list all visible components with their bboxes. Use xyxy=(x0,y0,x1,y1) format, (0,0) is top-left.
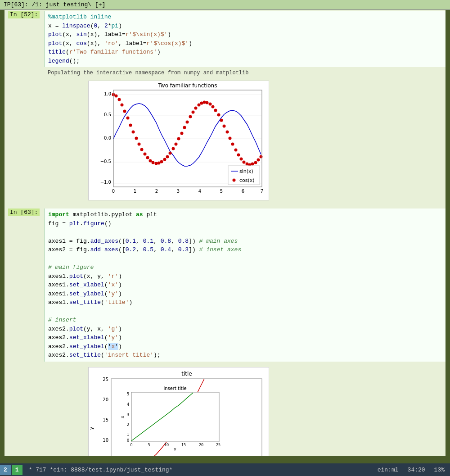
cell-52: In [52]: %matplotlib inline x = linspace… xyxy=(4,10,446,206)
inset-title: insert title xyxy=(163,386,186,391)
svg-point-23 xyxy=(177,137,180,141)
inset-x: 0 xyxy=(130,443,132,447)
code-line: axes2.plot(y, x, 'g') xyxy=(48,325,442,334)
cell-52-code[interactable]: %matplotlib inline x = linspace(0, 2*pi)… xyxy=(44,11,446,67)
svg-point-30 xyxy=(198,104,201,107)
svg-point-36 xyxy=(214,109,217,112)
code-line: # main figure xyxy=(48,263,442,272)
svg-point-28 xyxy=(192,111,195,114)
notebook: In [52]: %matplotlib inline x = linspace… xyxy=(4,10,446,456)
svg-point-8 xyxy=(135,137,138,140)
code-line xyxy=(48,307,442,316)
svg-point-18 xyxy=(163,158,166,161)
legend-sin-label: sin(x) xyxy=(239,168,253,174)
svg-point-34 xyxy=(209,103,212,106)
y-label: 25 xyxy=(103,377,108,382)
cell-63: In [63]: import matplotlib.pyplot as plt… xyxy=(4,208,446,456)
svg-point-20 xyxy=(169,152,172,155)
plot-1-container: Two familiar functions 1.0 0.5 0.0 −0.5 … xyxy=(88,81,269,200)
cell-63-code[interactable]: import matplotlib.pyplot as plt fig = pl… xyxy=(44,209,446,362)
y-label-1: 1.0 xyxy=(104,91,111,96)
inset-x-label: y xyxy=(174,447,176,451)
code-line: axes1.plot(x, y, 'r') xyxy=(48,272,442,281)
svg-point-15 xyxy=(155,162,158,165)
code-line: plot(x, cos(x), 'ro', label=r'$\cos(x)$'… xyxy=(48,39,442,48)
cell-52-in-label: In [52]: xyxy=(8,11,40,18)
inset-x: 10 xyxy=(164,443,169,447)
svg-point-3 xyxy=(121,104,124,107)
svg-point-42 xyxy=(231,143,234,146)
status-position: 34:20 xyxy=(408,467,425,473)
code-line: axes1.set_xlabel('x') xyxy=(48,281,442,290)
svg-point-4 xyxy=(123,110,126,113)
code-line: axes1 = fig.add_axes([0.1, 0.1, 0.8, 0.8… xyxy=(48,237,442,246)
svg-point-37 xyxy=(217,113,220,117)
svg-point-26 xyxy=(186,121,189,124)
inset-y: 0 xyxy=(127,439,129,443)
plot-1-svg: Two familiar functions 1.0 0.5 0.0 −0.5 … xyxy=(89,81,269,198)
code-line: axes2.set_title('insert title'); xyxy=(48,351,442,360)
inset-x: 20 xyxy=(199,443,203,447)
code-line: axes2.set_xlabel('y') xyxy=(48,333,442,342)
svg-point-49 xyxy=(251,163,254,166)
inset-y: 5 xyxy=(127,392,129,396)
status-middle: * 717 *ein: 8888/test.ipynb/just_testing… xyxy=(23,467,372,473)
x-label-1: 1 xyxy=(134,189,136,194)
status-num-1: 2 xyxy=(0,465,11,475)
code-line xyxy=(48,228,442,237)
x-label-0: 0 xyxy=(112,189,115,194)
x-label-3: 3 xyxy=(177,189,180,194)
inset-axes xyxy=(131,392,219,442)
x-label-5: 5 xyxy=(220,189,223,194)
y-label-2: 0.5 xyxy=(104,112,111,117)
y-label-5: −1.0 xyxy=(100,180,111,185)
code-line: import matplotlib.pyplot as plt xyxy=(48,210,442,219)
y-axis-label: y xyxy=(89,426,94,430)
svg-point-12 xyxy=(146,156,149,159)
svg-point-38 xyxy=(220,119,223,122)
y-label-3: 0.0 xyxy=(104,136,111,141)
plot-2-container: title 25 20 15 10 5 0 0 1 2 3 4 5 xyxy=(88,367,269,456)
svg-point-40 xyxy=(226,131,229,134)
svg-point-6 xyxy=(129,124,132,127)
svg-point-31 xyxy=(200,102,203,105)
svg-point-5 xyxy=(126,117,130,120)
svg-point-17 xyxy=(160,160,163,163)
svg-point-41 xyxy=(229,137,232,140)
code-line xyxy=(48,254,442,263)
title-text: IP[63]: /1: just_testing\ [+] xyxy=(4,1,105,8)
plot-2-title: title xyxy=(181,371,192,377)
code-line: axes1.set_title('title') xyxy=(48,298,442,307)
cell-52-prompt: In [52]: xyxy=(8,11,44,18)
plot-2-svg: title 25 20 15 10 5 0 0 1 2 3 4 5 xyxy=(89,367,269,456)
inset-x: 15 xyxy=(181,443,186,447)
svg-point-9 xyxy=(138,143,141,146)
code-line: axes1.set_ylabel('y') xyxy=(48,290,442,299)
status-left: 2 1 xyxy=(0,465,23,475)
code-line: # insert xyxy=(48,316,442,325)
cell-63-output: title 25 20 15 10 5 0 0 1 2 3 4 5 xyxy=(44,362,446,456)
y-label: 15 xyxy=(103,417,108,422)
svg-point-33 xyxy=(206,101,209,104)
cell-52-output: Populating the interactive namespace fro… xyxy=(44,67,446,206)
legend-cos-label: cos(x) xyxy=(239,177,255,183)
legend-cos-dot xyxy=(233,179,236,182)
svg-point-45 xyxy=(240,158,243,161)
status-num-2: 1 xyxy=(12,465,22,475)
svg-point-22 xyxy=(175,143,178,146)
code-line: legend(); xyxy=(48,57,442,66)
svg-point-11 xyxy=(144,153,147,156)
svg-point-1 xyxy=(115,95,118,98)
code-line: x = linspace(0, 2*pi) xyxy=(48,22,442,31)
y-label: 10 xyxy=(103,438,108,443)
inset-y: 2 xyxy=(127,423,129,427)
svg-point-46 xyxy=(243,161,246,164)
status-mode: ein:ml xyxy=(378,467,399,473)
svg-point-10 xyxy=(140,148,144,151)
svg-point-32 xyxy=(203,101,206,104)
inset-y: 1 xyxy=(127,433,129,437)
svg-point-29 xyxy=(194,107,198,110)
x-label-2: 2 xyxy=(155,189,158,194)
svg-point-2 xyxy=(118,98,121,101)
output-namespace-text: Populating the interactive namespace fro… xyxy=(48,69,442,77)
